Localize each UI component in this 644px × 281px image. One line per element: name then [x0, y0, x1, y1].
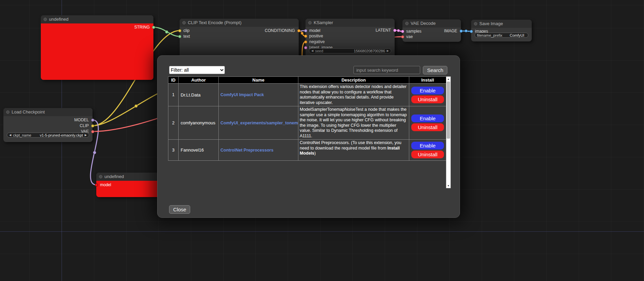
collapse-dot-icon[interactable] [405, 22, 409, 25]
node-title-bar[interactable]: Load Checkpoint [3, 108, 93, 116]
search-input[interactable] [353, 66, 420, 74]
input-dot-latent-image[interactable] [304, 46, 307, 49]
output-dot-image[interactable] [460, 30, 463, 33]
extension-row: 2 comfyanonymous ComfyUI_experiments/sam… [168, 106, 446, 140]
extension-name-link[interactable]: ComfyUI_experiments/sampler_tonemap [220, 121, 298, 125]
output-label: CONDITIONING [265, 28, 295, 33]
extension-description: ControlNet Preprocessors. (To use this e… [298, 140, 409, 161]
collapse-dot-icon[interactable] [308, 21, 312, 24]
seed-widget[interactable]: ◀ seed 156680208700286 ▶ [309, 48, 391, 53]
input-dot-model[interactable] [95, 183, 98, 187]
extension-row: 1 Dr.Lt.Data ComfyUI Impact Pack This ex… [168, 84, 446, 106]
output-label: IMAGE [444, 29, 457, 33]
input-label: clip [183, 28, 189, 33]
node-undefined-top[interactable]: undefined STRING [41, 15, 153, 80]
link-dot [301, 32, 303, 35]
uninstall-button[interactable]: Uninstall [411, 95, 444, 103]
ckpt-name-widget[interactable]: ◀ ckpt_name v1-5-pruned-emaonly.ckpt ▶ [7, 133, 89, 138]
widget-label: ckpt_name [13, 133, 31, 137]
output-slot-conditioning: CONDITIONING [265, 28, 299, 33]
input-slot-model: model [306, 28, 320, 33]
output-slot-latent: LATENT [376, 28, 395, 33]
filter-select[interactable]: Filter: all [169, 66, 225, 74]
node-title-bar[interactable]: VAE Decode [402, 19, 461, 28]
input-dot-text[interactable] [178, 35, 181, 38]
node-title-bar[interactable]: Save Image [471, 20, 532, 28]
node-title-bar[interactable]: undefined [41, 15, 153, 23]
output-slot-string: STRING [134, 24, 153, 30]
output-dot-string[interactable] [152, 26, 155, 29]
link-dot [465, 30, 467, 32]
node-title: CLIP Text Encode (Prompt) [188, 20, 242, 25]
link-dot [93, 151, 96, 154]
filename-prefix-widget[interactable]: filename_prefix ComfyUI [475, 33, 528, 38]
search-button[interactable]: Search [423, 66, 447, 74]
input-dot-samples[interactable] [401, 30, 404, 33]
uninstall-button[interactable]: Uninstall [411, 151, 444, 158]
input-dot-positive[interactable] [304, 35, 307, 38]
header-name: Name [219, 77, 298, 84]
extension-author: Fannovel16 [179, 140, 219, 161]
node-title: undefined [49, 17, 68, 22]
scroll-up-icon[interactable]: ▲ [446, 77, 450, 81]
input-label: vae [406, 34, 413, 39]
input-slot-clip: clip [180, 28, 189, 33]
node-title-bar[interactable]: CLIP Text Encode (Prompt) [180, 19, 299, 27]
input-dot-model[interactable] [304, 29, 307, 32]
input-dot-negative[interactable] [304, 40, 307, 43]
input-dot-images[interactable] [470, 30, 473, 33]
scroll-down-icon[interactable]: ▼ [446, 183, 450, 188]
widget-value: ComfyUI [510, 33, 524, 37]
output-label: MODEL [74, 118, 89, 122]
scrollbar-thumb[interactable] [447, 82, 450, 139]
output-slot-clip: CLIP [80, 123, 93, 128]
input-label: model [100, 182, 111, 187]
enable-button[interactable]: Enable [411, 115, 444, 122]
output-dot-latent[interactable] [393, 29, 396, 32]
increment-arrow-icon[interactable]: ▶ [387, 48, 389, 53]
output-dot-model[interactable] [91, 119, 94, 122]
input-slot-positive: positive [306, 33, 323, 39]
node-title: Save Image [479, 21, 503, 26]
widget-value: 156680208700286 [354, 49, 385, 53]
link-dot [135, 105, 138, 108]
node-title: Load Checkpoint [12, 109, 45, 115]
output-dot-clip[interactable] [91, 124, 94, 127]
node-save-image[interactable]: Save Image images filename_prefix ComfyU… [471, 20, 532, 41]
widget-label: seed [315, 49, 323, 53]
decrement-arrow-icon[interactable]: ◀ [9, 133, 11, 138]
collapse-dot-icon[interactable] [182, 21, 186, 24]
header-description: Description [298, 77, 409, 84]
output-dot-conditioning[interactable] [297, 29, 300, 32]
node-title: VAE Decode [411, 21, 435, 26]
node-vae-decode[interactable]: VAE Decode samples vae IMAGE [402, 19, 461, 42]
node-title: undefined [104, 174, 124, 179]
extension-name-link[interactable]: ComfyUI Impact Pack [220, 92, 264, 97]
decrement-arrow-icon[interactable]: ◀ [311, 48, 313, 53]
input-dot-vae[interactable] [401, 35, 404, 38]
node-title-bar[interactable]: KSampler [306, 19, 395, 27]
uninstall-button[interactable]: Uninstall [411, 123, 444, 131]
enable-button[interactable]: Enable [411, 87, 444, 94]
extension-table-container: ID Author Name Description Install 1 Dr.… [168, 76, 451, 188]
collapse-dot-icon[interactable] [99, 175, 102, 178]
extension-id: 1 [168, 84, 179, 106]
extension-name-link[interactable]: ControlNet Preprocessors [220, 148, 274, 153]
collapse-dot-icon[interactable] [474, 22, 477, 25]
input-dot-clip[interactable] [178, 29, 181, 32]
table-scrollbar[interactable]: ▲ ▼ [446, 76, 451, 188]
custom-nodes-manager-dialog: Filter: all Search ID Author Name Descri… [157, 55, 460, 218]
table-header-row: ID Author Name Description Install [168, 77, 446, 84]
close-button[interactable]: Close [169, 205, 190, 214]
collapse-dot-icon[interactable] [44, 18, 47, 21]
extension-description: ModelSamplerTonemapNoiseTest a node that… [298, 106, 409, 140]
extension-author: comfyanonymous [179, 106, 219, 140]
output-dot-vae[interactable] [91, 130, 94, 133]
node-load-checkpoint[interactable]: Load Checkpoint MODEL CLIP VAE ◀ ckpt_na… [3, 108, 93, 142]
collapse-dot-icon[interactable] [6, 110, 10, 114]
input-label: negative [309, 39, 325, 44]
header-id: ID [168, 77, 179, 84]
increment-arrow-icon[interactable]: ▶ [85, 133, 87, 138]
enable-button[interactable]: Enable [411, 142, 444, 150]
input-slot-vae: vae [402, 34, 413, 39]
